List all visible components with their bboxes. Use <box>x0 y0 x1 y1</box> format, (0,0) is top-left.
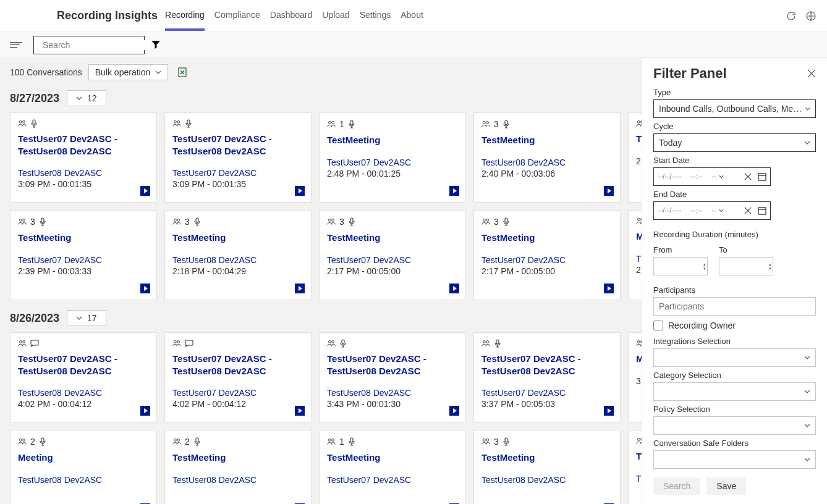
svg-rect-38 <box>185 340 193 345</box>
card-title: TestUser07 Dev2ASC - TestUser08 Dev2ASC <box>18 353 149 377</box>
nav-tab-about[interactable]: About <box>401 1 423 31</box>
svg-rect-20 <box>41 218 44 222</box>
conversation-card[interactable]: TestUser07 Dev2ASC - TestUser08 Dev2ASCT… <box>10 332 157 422</box>
card-owner: TestUser08 Dev2ASC <box>18 168 149 178</box>
policy-select[interactable] <box>653 416 816 435</box>
participants-input[interactable] <box>653 297 816 316</box>
filter-icon[interactable] <box>151 40 162 51</box>
export-excel-icon[interactable] <box>177 67 188 78</box>
cycle-select[interactable]: Today <box>653 133 816 152</box>
svg-point-6 <box>174 120 176 123</box>
conversation-card[interactable]: 3TestMeetingTestUser07 Dev2ASC2:17 PM - … <box>319 210 466 300</box>
conversation-card[interactable]: TestUser07 Dev2ASC - TestUser08 Dev2ASCT… <box>10 112 157 203</box>
svg-point-12 <box>483 121 485 124</box>
conversation-card[interactable]: TestUser07 Dev2ASC - TestUser08 Dev2ASCT… <box>164 332 312 422</box>
play-button[interactable] <box>604 186 614 196</box>
bulk-operation-dropdown[interactable]: Bulk operation <box>88 64 169 80</box>
calendar-icon[interactable] <box>758 172 766 181</box>
play-button[interactable] <box>295 284 305 293</box>
play-button[interactable] <box>604 284 614 293</box>
card-title: M <box>636 230 642 243</box>
card-time: 3:37 PM - 00:05:03 <box>481 399 613 409</box>
card-title: TestMeeting <box>481 452 613 464</box>
conversation-card[interactable]: 1TestMeetingTestUser07 Dev2ASC2:48 PM - … <box>319 112 466 203</box>
conversation-card[interactable]: TT <box>628 430 642 504</box>
globe-icon[interactable] <box>805 10 817 22</box>
card-owner: TestUser07 Dev2ASC <box>327 158 458 167</box>
chevron-down-icon <box>719 174 724 179</box>
play-button[interactable] <box>449 186 459 196</box>
conversation-card[interactable]: 1TestMeetingTestUser07 Dev2ASC <box>319 430 466 504</box>
menu-icon[interactable] <box>10 39 22 51</box>
conversation-card[interactable]: 2MeetingTestUser08 Dev2ASC <box>10 430 157 504</box>
search-input-wrap[interactable] <box>33 36 145 54</box>
conversation-card[interactable]: T2: <box>628 112 642 203</box>
card-owner: TestUser08 Dev2ASC <box>18 388 149 398</box>
type-select[interactable]: Inbound Calls, Outbound Calls, Meetin... <box>653 99 816 118</box>
nav-tab-upload[interactable]: Upload <box>322 1 349 31</box>
duration-to-input[interactable] <box>719 257 773 275</box>
save-button[interactable]: Save <box>706 477 746 495</box>
card-time: 2: <box>636 265 642 275</box>
folders-select[interactable] <box>653 450 816 469</box>
nav-tab-settings[interactable]: Settings <box>360 1 391 31</box>
conversation-card[interactable]: 3TestMeetingTestUser08 Dev2ASC2:18 PM - … <box>164 210 312 300</box>
conversation-card[interactable]: 3TestMeetingTestUser07 Dev2ASC2:17 PM - … <box>473 210 621 300</box>
card-icons <box>18 339 149 348</box>
card-icons: 2 <box>172 437 303 447</box>
svg-rect-23 <box>196 218 198 222</box>
play-button[interactable] <box>140 186 150 196</box>
conversation-list[interactable]: 100 Conversations Bulk operation 8/27/20… <box>0 58 642 504</box>
clear-icon[interactable] <box>744 207 752 214</box>
card-time: 2:18 PM - 00:04:29 <box>172 266 303 276</box>
integrations-select[interactable] <box>653 348 816 367</box>
group-expand-button[interactable]: 12 <box>67 90 106 106</box>
end-date-input[interactable]: --/--/---- --:-- -- <box>653 201 771 220</box>
card-icons: 3 <box>18 217 149 227</box>
category-select[interactable] <box>653 382 816 401</box>
card-time: 3: <box>636 376 642 386</box>
conversation-card[interactable]: TestUser07 Dev2ASC - TestUser08 Dev2ASCT… <box>319 332 466 422</box>
microphone-icon <box>348 217 355 226</box>
play-button[interactable] <box>604 406 614 416</box>
folders-label: Conversation Safe Folders <box>653 439 816 448</box>
clear-icon[interactable] <box>744 173 752 180</box>
refresh-icon[interactable] <box>785 10 797 22</box>
svg-rect-64 <box>758 208 766 214</box>
card-icons <box>481 339 613 348</box>
card-time: 3:09 PM - 00:01:35 <box>172 179 303 189</box>
play-button[interactable] <box>140 284 150 293</box>
play-button[interactable] <box>449 284 459 293</box>
close-icon[interactable] <box>807 69 816 78</box>
conversation-card[interactable]: MT2: <box>628 210 642 300</box>
svg-point-60 <box>637 438 640 440</box>
search-input[interactable] <box>43 40 151 50</box>
conversation-card[interactable]: 3TestMeetingTestUser08 Dev2ASC2:40 PM - … <box>473 112 621 203</box>
conversation-card[interactable]: TestUser07 Dev2ASC - TestUser08 Dev2ASCT… <box>164 112 312 203</box>
conversation-card[interactable]: TestUser07 Dev2ASC - TestUser08 Dev2ASCT… <box>473 332 621 422</box>
duration-from-input[interactable] <box>653 257 708 275</box>
recording-owner-checkbox[interactable] <box>653 321 663 330</box>
card-title: T <box>636 450 642 463</box>
conversation-card[interactable]: M3: <box>628 332 642 422</box>
conversation-card[interactable]: 3TestMeetingTestUser07 Dev2ASC2:39 PM - … <box>10 210 157 300</box>
nav-tab-recording[interactable]: Recording <box>165 1 205 31</box>
integrations-label: Integrations Selection <box>653 337 816 346</box>
play-button[interactable] <box>449 406 459 416</box>
conversation-card[interactable]: 3TestMeetingTestUser08 Dev2ASC <box>473 430 621 504</box>
svg-point-42 <box>483 340 485 343</box>
group-expand-button[interactable]: 17 <box>67 310 106 326</box>
svg-point-43 <box>486 340 489 343</box>
play-button[interactable] <box>140 406 150 416</box>
play-button[interactable] <box>295 406 305 416</box>
nav-tab-compliance[interactable]: Compliance <box>214 1 260 31</box>
card-title: TestUser07 Dev2ASC - TestUser08 Dev2ASC <box>172 133 303 157</box>
recording-owner-checkbox-row[interactable]: Recording Owner <box>653 321 816 330</box>
start-date-input[interactable]: --/--/---- --:-- -- <box>653 167 771 186</box>
card-owner: TestUser07 Dev2ASC <box>327 475 458 485</box>
conversation-card[interactable]: 2TestMeetingTestUser08 Dev2ASC <box>164 430 312 504</box>
nav-tab-dashboard[interactable]: Dashboard <box>270 1 313 31</box>
play-button[interactable] <box>295 186 305 196</box>
calendar-icon[interactable] <box>758 206 766 215</box>
search-button[interactable]: Search <box>653 477 700 495</box>
